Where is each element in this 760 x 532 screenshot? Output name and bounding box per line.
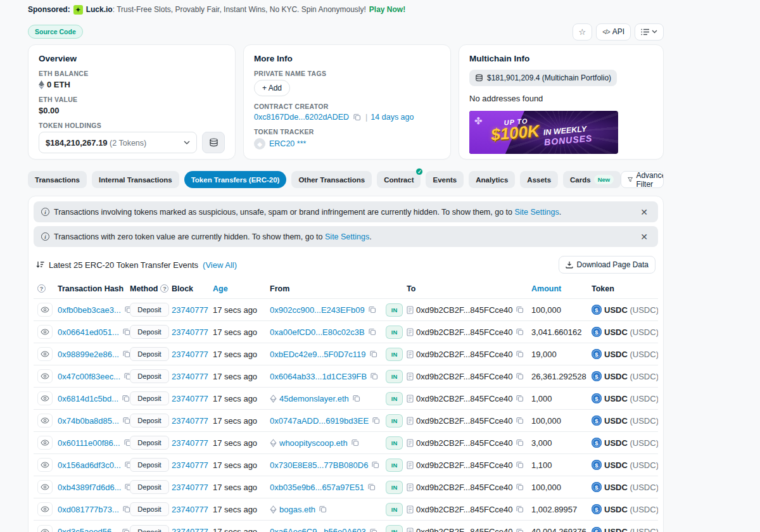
tab-transactions[interactable]: Transactions ✓: [28, 171, 87, 188]
copy-icon[interactable]: [367, 306, 377, 314]
tx-hash-link[interactable]: 0xb4389f7d6d6...: [58, 483, 121, 492]
method-badge[interactable]: Deposit: [130, 502, 169, 516]
copy-icon[interactable]: [370, 461, 381, 469]
copy-icon[interactable]: [371, 417, 381, 424]
help-icon[interactable]: ?: [160, 284, 168, 293]
close-icon[interactable]: ✕: [638, 232, 650, 242]
copy-icon[interactable]: [122, 417, 130, 424]
block-link[interactable]: 23740777: [172, 460, 208, 470]
copy-icon[interactable]: [515, 505, 525, 513]
method-badge[interactable]: Deposit: [130, 369, 169, 383]
block-link[interactable]: 23740777: [172, 527, 208, 532]
from-address-link[interactable]: bogas.eth: [279, 505, 315, 514]
view-options-button[interactable]: [635, 23, 664, 41]
to-address[interactable]: 0xd9b2CB2F...845FCce40: [416, 438, 512, 448]
tab-token-transfers-erc-20-[interactable]: Token Transfers (ERC-20) ✓: [184, 171, 287, 188]
copy-icon[interactable]: [515, 350, 525, 358]
copy-icon[interactable]: [122, 505, 130, 513]
from-address-link[interactable]: 0xbEDc42e9...5F0D7c119: [270, 350, 366, 359]
copy-icon[interactable]: [369, 372, 379, 380]
to-address[interactable]: 0xd9b2CB2F...845FCce40: [416, 394, 512, 403]
site-settings-link[interactable]: Site Settings: [514, 208, 559, 217]
copy-icon[interactable]: [122, 328, 130, 336]
to-address[interactable]: 0xd9b2CB2F...845FCce40: [416, 305, 512, 315]
copy-icon[interactable]: [369, 350, 379, 358]
eye-icon[interactable]: [37, 480, 53, 494]
promo-banner[interactable]: ✤ UP TO $100KIN WEEKLYBONUSES: [469, 111, 618, 154]
download-page-data-button[interactable]: Download Page Data: [559, 256, 656, 274]
copy-icon[interactable]: [515, 483, 525, 491]
copy-icon[interactable]: [123, 372, 130, 380]
to-address[interactable]: 0xd9b2CB2F...845FCce40: [416, 350, 512, 359]
to-address[interactable]: 0xd9b2CB2F...845FCce40: [416, 527, 512, 532]
advanced-filter-main[interactable]: Advanced Filter: [621, 172, 664, 187]
block-link[interactable]: 23740777: [172, 438, 208, 448]
tab-cards[interactable]: Cards New ✓: [563, 171, 621, 188]
token-link[interactable]: USDC (USDC): [604, 505, 658, 514]
tx-hash-link[interactable]: 0xfb0beb3cae3...: [58, 305, 121, 315]
favorite-button[interactable]: ☆: [573, 23, 593, 41]
copy-icon[interactable]: [350, 439, 360, 446]
play-now-link[interactable]: Play Now!: [369, 5, 405, 14]
block-link[interactable]: 23740777: [172, 305, 208, 315]
tx-hash-link[interactable]: 0x47c00f83eec...: [58, 372, 120, 381]
tab-assets[interactable]: Assets ✓: [520, 171, 558, 188]
copy-icon[interactable]: [515, 328, 525, 336]
copy-icon[interactable]: [369, 528, 379, 532]
token-link[interactable]: USDC (USDC): [604, 416, 658, 426]
block-link[interactable]: 23740777: [172, 416, 208, 426]
token-link[interactable]: USDC (USDC): [604, 327, 658, 337]
copy-icon[interactable]: [121, 395, 130, 402]
to-address[interactable]: 0xd9b2CB2F...845FCce40: [416, 416, 512, 426]
tab-contract[interactable]: Contract ✓: [377, 171, 421, 188]
tx-hash-link[interactable]: 0x06641ed051...: [58, 327, 119, 337]
tab-other-transactions[interactable]: Other Transactions ✓: [291, 171, 372, 188]
view-all-link[interactable]: (View All): [203, 260, 237, 270]
multichain-portfolio-badge[interactable]: $181,901,209.4 (Multichain Portfolio): [469, 70, 617, 86]
tab-analytics[interactable]: Analytics ✓: [469, 171, 515, 188]
copy-icon[interactable]: [515, 417, 525, 424]
copy-icon[interactable]: [124, 483, 130, 491]
block-link[interactable]: 23740777: [172, 483, 208, 492]
help-icon[interactable]: ?: [37, 284, 46, 293]
eye-icon[interactable]: [37, 391, 53, 405]
copy-icon[interactable]: [123, 439, 130, 446]
eye-icon[interactable]: [37, 303, 53, 317]
site-settings-link[interactable]: Site Settings: [325, 232, 369, 241]
tx-hash-link[interactable]: 0xd081777b73...: [58, 505, 119, 514]
eye-icon[interactable]: [37, 458, 53, 472]
method-badge[interactable]: Deposit: [130, 325, 169, 339]
wallet-button[interactable]: [202, 132, 225, 153]
copy-icon[interactable]: [352, 395, 362, 402]
from-address-link[interactable]: 0x730E8E85...77BB080D6: [270, 460, 368, 470]
token-link[interactable]: USDC (USDC): [604, 372, 658, 381]
from-address-link[interactable]: 0xa00efCD0...E80c02c3B: [270, 327, 365, 337]
to-address[interactable]: 0xd9b2CB2F...845FCce40: [416, 327, 512, 337]
token-link[interactable]: USDC (USDC): [604, 438, 658, 448]
to-address[interactable]: 0xd9b2CB2F...845FCce40: [416, 505, 512, 514]
tx-hash-link[interactable]: 0x156ad6df3c0...: [58, 460, 121, 470]
eye-icon[interactable]: [37, 325, 53, 339]
block-link[interactable]: 23740777: [172, 394, 208, 403]
copy-icon[interactable]: [122, 350, 130, 358]
copy-icon[interactable]: [367, 483, 377, 491]
block-link[interactable]: 23740777: [172, 350, 208, 359]
method-badge[interactable]: Deposit: [130, 480, 169, 494]
creator-address-link[interactable]: 0xc8167Dde...6202dADED: [254, 113, 349, 122]
copy-icon[interactable]: [318, 505, 328, 513]
eye-icon[interactable]: [37, 502, 53, 516]
token-tracker-link[interactable]: ERC20 ***: [269, 139, 306, 148]
copy-icon[interactable]: [515, 439, 525, 446]
method-badge[interactable]: Deposit: [130, 436, 169, 450]
token-link[interactable]: USDC (USDC): [604, 394, 658, 403]
eye-icon[interactable]: [37, 525, 53, 532]
to-address[interactable]: 0xd9b2CB2F...845FCce40: [416, 460, 512, 470]
block-link[interactable]: 23740777: [172, 372, 208, 381]
token-holdings-select[interactable]: $184,210,267.19 (2 Tokens): [39, 132, 197, 153]
from-address-link[interactable]: 0x6064ab33...1d1CE39FB: [270, 372, 367, 381]
copy-icon[interactable]: [515, 395, 525, 402]
tx-hash-link[interactable]: 0x74b0ba8d85...: [58, 416, 119, 426]
method-badge[interactable]: Deposit: [130, 525, 169, 532]
copy-icon[interactable]: [515, 528, 525, 532]
tab-events[interactable]: Events ✓: [426, 171, 464, 188]
